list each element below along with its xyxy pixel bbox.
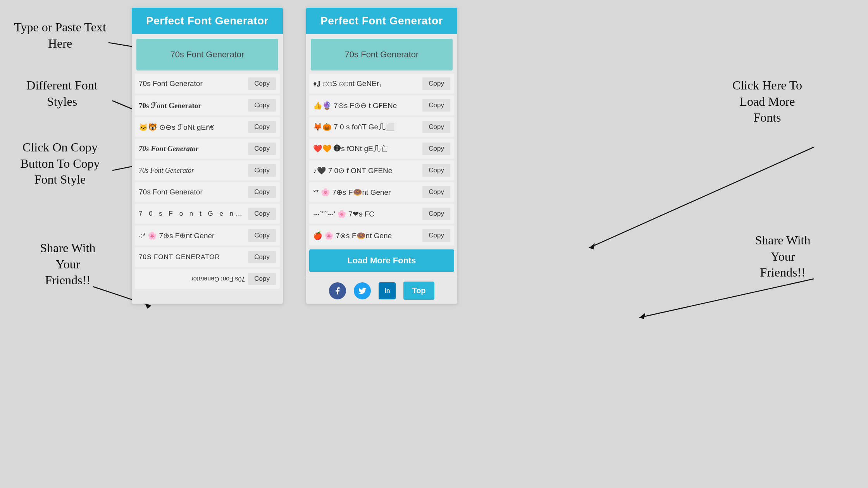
right-panel-input[interactable]: 70s Font Generator — [311, 39, 453, 70]
annotation-font-styles: Different FontStyles — [12, 77, 112, 110]
font-row: 70s Font Generator Copy — [135, 160, 280, 180]
font-row: 👍🔮 7⊝s F⊙⊝ t G₣ENe Copy — [309, 95, 454, 115]
font-row: 70s ℱont Generator Copy — [135, 95, 280, 115]
font-row-text: 7 0 s F o n t G e n e — [139, 210, 245, 218]
font-row: ❤️🧡 🅞s fONt gE几亡 Copy — [309, 139, 454, 159]
annotation-share-left: Share WithYourFriends!! — [19, 240, 116, 289]
copy-button[interactable]: Copy — [422, 143, 450, 155]
copy-button[interactable]: Copy — [248, 208, 276, 220]
left-panel: Perfect Font Generator 70s Font Generato… — [132, 8, 283, 304]
annotation-copy-button: Click On CopyButton To CopyFont Style — [4, 139, 116, 188]
right-panel-header: Perfect Font Generator — [306, 8, 457, 34]
annotation-type-paste: Type or Paste TextHere — [12, 19, 108, 52]
copy-button[interactable]: Copy — [422, 77, 450, 90]
font-row: 70s Font Generator Copy — [135, 182, 280, 202]
font-row-text: ♦𝐉 ⊙⊝S ⊙⊝nt GeNEr₁ — [313, 79, 419, 88]
font-row: 🐱🐯 ⊙⊝s ℱoNt gEñ€ Copy — [135, 117, 280, 137]
font-row: °* 🌸 7⊕s F🍩nt Gener Copy — [309, 182, 454, 202]
annotation-share-right: Share WithYourFriends!! — [728, 232, 837, 281]
font-row-text: ·-·˜"˜·-·' 🌸 7❤s FC — [313, 210, 419, 218]
facebook-icon[interactable] — [329, 282, 346, 299]
font-row: 7 0 s F o n t G e n e Copy — [135, 204, 280, 224]
copy-button[interactable]: Copy — [248, 186, 276, 198]
font-row: 70s Font Generator Copy — [135, 269, 280, 289]
copy-button[interactable]: Copy — [422, 208, 450, 220]
linkedin-icon[interactable]: in — [379, 282, 396, 299]
twitter-icon[interactable] — [354, 282, 371, 299]
font-row: 70s Font Generator Copy — [135, 139, 280, 159]
left-panel-input[interactable]: 70s Font Generator — [136, 39, 278, 70]
copy-button[interactable]: Copy — [248, 229, 276, 242]
font-row: ♪🖤 7 0⊙ f ONT G₣ENe Copy — [309, 160, 454, 180]
font-row: 🦊🎃 7 0 s foñT Ge几⬜ Copy — [309, 117, 454, 137]
left-panel-header: Perfect Font Generator — [132, 8, 283, 34]
font-row: 70s Font Generator Copy — [135, 74, 280, 94]
font-row-text: 70s FONT GENERATOR — [139, 253, 245, 261]
font-row-text: 🍎 🌸 7⊗s F🍩nt Gene — [313, 231, 419, 240]
font-row: ·:* 🌸 7⊕s F⊕nt Gener Copy — [135, 225, 280, 246]
copy-button[interactable]: Copy — [248, 143, 276, 155]
font-row: ·-·˜"˜·-·' 🌸 7❤s FC Copy — [309, 204, 454, 224]
font-row-text: 👍🔮 7⊝s F⊙⊝ t G₣ENe — [313, 101, 419, 110]
font-row-text: 🦊🎃 7 0 s foñT Ge几⬜ — [313, 122, 419, 132]
font-row-text: 70s ℱont Generator — [139, 101, 245, 110]
copy-button[interactable]: Copy — [422, 164, 450, 177]
copy-button[interactable]: Copy — [422, 229, 450, 242]
font-row-text: ❤️🧡 🅞s fONt gE几亡 — [313, 144, 419, 154]
top-button[interactable]: Top — [403, 282, 434, 300]
font-row: ♦𝐉 ⊙⊝S ⊙⊝nt GeNEr₁ Copy — [309, 74, 454, 94]
font-row: 🍎 🌸 7⊗s F🍩nt Gene Copy — [309, 225, 454, 246]
copy-button[interactable]: Copy — [248, 121, 276, 133]
social-area: in Top — [306, 276, 457, 304]
font-row-text: 70s Font Generator — [139, 275, 245, 282]
font-row-text: 70s Font Generator — [139, 167, 245, 175]
svg-marker-9 — [589, 243, 595, 249]
font-row-text: 70s Font Generator — [139, 188, 245, 196]
font-row-text: °* 🌸 7⊕s F🍩nt Gener — [313, 188, 419, 197]
copy-button[interactable]: Copy — [422, 186, 450, 198]
copy-button[interactable]: Copy — [248, 99, 276, 112]
load-more-button[interactable]: Load More Fonts — [309, 249, 454, 272]
copy-button[interactable]: Copy — [248, 77, 276, 90]
right-panel: Perfect Font Generator 70s Font Generato… — [306, 8, 457, 304]
copy-button[interactable]: Copy — [248, 251, 276, 263]
font-row-text: 70s Font Generator — [139, 79, 245, 88]
copy-button[interactable]: Copy — [248, 164, 276, 177]
font-row-text: ♪🖤 7 0⊙ f ONT G₣ENe — [313, 166, 419, 175]
svg-line-10 — [639, 279, 814, 318]
copy-button[interactable]: Copy — [422, 99, 450, 112]
font-row-text: ·:* 🌸 7⊕s F⊕nt Gener — [139, 231, 245, 240]
copy-button[interactable]: Copy — [248, 273, 276, 285]
font-row-text: 70s Font Generator — [139, 144, 245, 153]
font-row: 70s FONT GENERATOR Copy — [135, 247, 280, 267]
font-row-text: 🐱🐯 ⊙⊝s ℱoNt gEñ€ — [139, 123, 245, 132]
panels-container: Perfect Font Generator 70s Font Generato… — [132, 0, 457, 311]
annotation-load-more: Click Here ToLoad MoreFonts — [713, 77, 822, 126]
svg-marker-11 — [639, 313, 645, 319]
copy-button[interactable]: Copy — [422, 121, 450, 133]
